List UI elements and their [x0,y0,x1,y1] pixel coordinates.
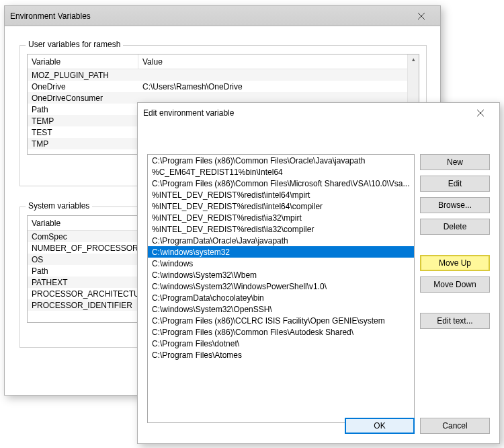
path-entry[interactable]: C:\Program Files (x86)\Common Files\Auto… [148,326,414,338]
system-variables-label: System variables [26,201,92,211]
cell-variable: OneDriveConsumer [28,94,138,103]
table-row[interactable]: MOZ_PLUGIN_PATH [28,69,419,81]
cell-variable: Path [28,105,138,114]
new-button[interactable]: New [420,154,490,170]
delete-button[interactable]: Delete [420,219,490,235]
path-entry[interactable]: C:\Program Files\dotnet\ [148,338,414,349]
path-entry[interactable]: %INTEL_DEV_REDIST%redist\intel64\mpirt [148,189,414,200]
edit-environment-variable-window: Edit environment variable C:\Program Fil… [137,102,500,444]
path-entry[interactable]: C:\windows\System32\WindowsPowerShell\v1… [148,281,414,292]
table-row[interactable]: OneDriveC:\Users\Ramesh\OneDrive [28,81,419,92]
cancel-button[interactable]: Cancel [420,418,490,434]
ok-button[interactable]: OK [345,418,415,434]
move-up-button[interactable]: Move Up [420,255,490,271]
path-entry[interactable]: C:\Program Files (x86)\Common Files\Micr… [148,178,414,189]
path-entry[interactable]: C:\ProgramData\chocolatey\bin [148,292,414,303]
path-entry[interactable]: C:\windows\System32\OpenSSH\ [148,303,414,315]
user-variables-label: User variables for ramesh [26,40,123,49]
edit-text-button[interactable]: Edit text... [420,313,490,329]
edit-button[interactable]: Edit [420,176,490,192]
env-titlebar: Environment Variables [5,6,440,26]
scroll-up-icon[interactable]: ▴ [412,54,415,64]
path-entry[interactable]: %INTEL_DEV_REDIST%redist\intel64\compile… [148,200,414,212]
cell-value: C:\Users\Ramesh\OneDrive [138,82,419,91]
path-entry[interactable]: C:\windows\System32\Wbem [148,269,414,281]
cell-variable: OneDrive [28,82,138,91]
path-entries-list[interactable]: C:\Program Files (x86)\Common Files\Orac… [147,154,415,423]
path-entry[interactable]: C:\windows\system32 [148,246,414,258]
path-entry[interactable]: %INTEL_DEV_REDIST%redist\ia32\compiler [148,223,414,235]
env-close-button[interactable] [408,7,435,26]
path-entry[interactable]: C:\ProgramData\Oracle\Java\javapath [148,235,414,246]
cell-variable: TMP [28,139,138,149]
edit-titlebar: Edit environment variable [138,103,499,123]
edit-window-title: Edit environment variable [143,108,234,118]
path-entry[interactable]: %C_EM64T_REDIST11%bin\Intel64 [148,166,414,178]
col-header-variable[interactable]: Variable [28,54,138,69]
cell-variable: MOZ_PLUGIN_PATH [28,71,138,80]
col-header-value[interactable]: Value [138,54,419,69]
path-entry[interactable]: %INTEL_DEV_REDIST%redist\ia32\mpirt [148,212,414,223]
path-entry[interactable]: C:\Program Files (x86)\Common Files\Orac… [148,155,414,166]
edit-close-button[interactable] [467,104,494,122]
cell-variable: TEMP [28,116,138,126]
move-down-button[interactable]: Move Down [420,276,490,293]
env-window-title: Environment Variables [10,11,91,21]
path-entry[interactable]: C:\Program Files (x86)\CCLRC ISIS Facili… [148,315,414,326]
path-entry[interactable]: C:\Program Files\Atomes [148,349,414,361]
browse-button[interactable]: Browse... [420,197,490,213]
path-entry[interactable]: C:\windows [148,258,414,269]
cell-variable: TEST [28,128,138,137]
